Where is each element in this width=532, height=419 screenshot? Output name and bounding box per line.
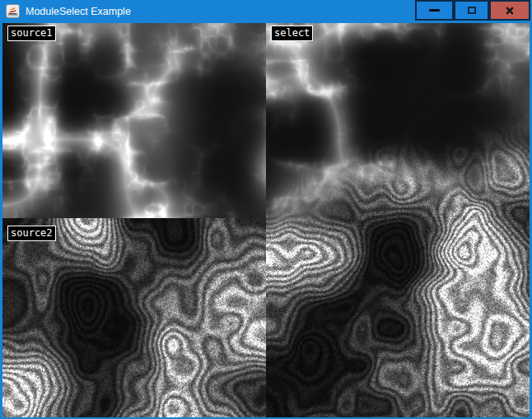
titlebar[interactable]: ModuleSelect Example [0, 0, 532, 23]
close-button[interactable] [489, 0, 530, 21]
minimize-button[interactable] [415, 0, 454, 21]
x-icon [505, 6, 515, 16]
square-outline-icon [468, 7, 476, 14]
maximize-button[interactable] [454, 0, 489, 21]
label-select: select [271, 26, 313, 41]
java-coffee-cup-icon [6, 4, 20, 18]
window-title: ModuleSelect Example [26, 0, 131, 23]
label-source1: source1 [7, 26, 56, 41]
source1-preview-image [2, 23, 266, 218]
source2-preview-image [2, 218, 266, 417]
label-source2: source2 [7, 226, 56, 241]
render-area: source1 select source2 [2, 23, 530, 417]
dash-icon [429, 9, 440, 12]
window-controls [415, 0, 530, 21]
